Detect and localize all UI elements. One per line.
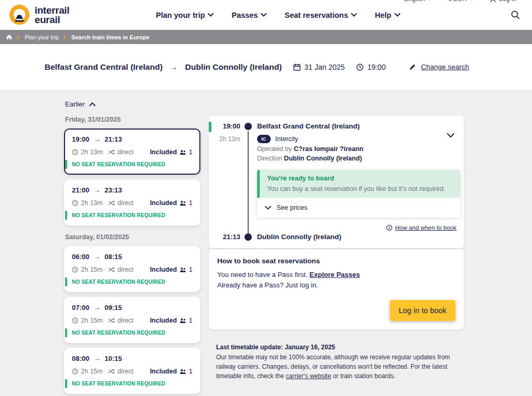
reservation-note: NO SEAT RESERVATION REQUIRED — [72, 381, 165, 387]
how-to-book-title: How to book seat reservations — [217, 257, 455, 265]
chevron-down-icon — [351, 13, 357, 17]
traveller-count: 1 — [189, 368, 193, 375]
nav-seat-reservations[interactable]: Seat reservations — [285, 11, 357, 19]
how-and-when-to-book-link[interactable]: How and when to book — [386, 224, 456, 231]
breadcrumb-separator-icon — [63, 35, 67, 39]
journey-card[interactable]: 06:00 → 08:15 2h 15m direct Included 1 — [64, 246, 200, 292]
journey-list: 19:00 → 21:13 2h 13m direct Included 1 — [64, 129, 200, 226]
calendar-icon — [293, 63, 301, 71]
pencil-icon — [409, 63, 416, 71]
note-accent-bar — [65, 379, 67, 388]
transfer-icon — [108, 200, 115, 206]
departure-time: 19:00 — [72, 135, 89, 143]
language-selector[interactable]: English — [405, 0, 432, 3]
login-link[interactable]: Log in — [490, 0, 516, 3]
earlier-button[interactable]: Earlier — [65, 100, 200, 108]
results-layout: Earlier Friday, 31/01/2025 19:00 → 21:13… — [0, 90, 532, 396]
timeline-dot — [244, 123, 252, 130]
date-header: Saturday, 01/02/2025 — [65, 233, 200, 241]
see-prices-toggle[interactable]: See prices — [257, 198, 460, 218]
already-have-pass-line: Already have a Pass? Just log in. — [217, 281, 455, 289]
journey-group: Friday, 31/01/2025 19:00 → 21:13 2h 13m … — [64, 116, 200, 226]
traveller-count: 1 — [189, 266, 193, 273]
ready-to-board-banner: You're ready to board You can buy a seat… — [257, 170, 460, 198]
leg-duration: 2h 13m — [216, 135, 240, 143]
arrival-time: 23:13 — [104, 186, 122, 194]
journey-groups: Friday, 31/01/2025 19:00 → 21:13 2h 13m … — [64, 116, 200, 394]
journey-arrow: → — [93, 135, 100, 143]
included-label: Included — [150, 266, 177, 273]
journey-list-column: Earlier Friday, 31/01/2025 19:00 → 21:13… — [64, 100, 200, 396]
reservation-note-row: NO SEAT RESERVATION REQUIRED — [65, 277, 199, 286]
reservation-note-row: NO SEAT RESERVATION REQUIRED — [65, 328, 199, 337]
reservation-note-row: NO SEAT RESERVATION REQUIRED — [65, 379, 199, 388]
interrail-eurail-logo[interactable]: interrail eurail — [8, 4, 69, 26]
chevron-up-icon — [89, 102, 95, 106]
explore-passes-link[interactable]: Explore Passes — [310, 271, 360, 279]
currency-label: € EUR — [448, 0, 466, 3]
carriers-website-link[interactable]: carrier's website — [286, 372, 331, 380]
chevron-down-icon — [208, 13, 214, 17]
currency-selector[interactable]: € EUR — [448, 0, 474, 3]
home-icon[interactable] — [6, 34, 12, 40]
duration: 2h 15m — [81, 368, 103, 375]
nav-help[interactable]: Help — [375, 11, 400, 19]
language-label: English — [405, 0, 425, 3]
traveller-count: 1 — [189, 317, 193, 324]
duration: 2h 15m — [81, 266, 103, 273]
logo-text: interrail eurail — [35, 6, 69, 24]
journey-card[interactable]: 21:00 → 23:13 2h 13m direct Included 1 — [64, 179, 200, 226]
chevron-down-icon — [469, 0, 474, 1]
journey-group: Saturday, 01/02/2025 06:00 → 08:15 2h 15… — [64, 233, 200, 394]
journey-arrow: → — [93, 355, 100, 362]
note-accent-bar — [65, 160, 67, 169]
reservation-info-card: You're ready to board You can buy a seat… — [257, 170, 460, 218]
traveller-count: 1 — [189, 148, 193, 156]
clock-icon — [72, 368, 78, 374]
note-accent-bar — [65, 328, 67, 337]
journey-card[interactable]: 07:00 → 09:15 2h 15m direct Included 1 — [64, 297, 200, 343]
journey-detail-panel: 19:00 Belfast Grand Central (Ireland) 2h… — [209, 115, 464, 248]
included-label: Included — [150, 148, 177, 156]
nav-passes[interactable]: Passes — [232, 11, 267, 19]
operator-name: C?ras Iompair ?ireann — [294, 145, 364, 153]
arrival-row: 21:13 Dublin Connolly (Ireland) — [216, 233, 456, 241]
journey-card[interactable]: 08:00 → 10:15 2h 15m direct Included 1 — [64, 348, 200, 394]
search-button[interactable] — [510, 10, 520, 20]
last-update-line: Last timetable update: January 16, 2025 — [216, 344, 461, 351]
breadcrumb: Plan your trip Search train times in Eur… — [0, 30, 532, 44]
logo-icon — [8, 4, 30, 26]
departure-time: 06:00 — [72, 253, 89, 261]
reservation-note-row: NO SEAT RESERVATION REQUIRED — [65, 211, 199, 220]
chevron-down-icon — [395, 13, 400, 17]
arrival-station: Dublin Connolly (Ireland) — [257, 233, 342, 241]
travellers-icon — [179, 267, 186, 273]
journey-arrow: → — [93, 253, 100, 261]
transfer-type: direct — [118, 317, 134, 324]
chevron-down-icon — [428, 0, 432, 1]
transfer-icon — [108, 149, 115, 155]
transfer-icon — [108, 267, 115, 272]
nav-plan-your-trip[interactable]: Plan your trip — [156, 11, 214, 19]
arrival-time: 09:15 — [104, 304, 122, 312]
banner-text: You can buy a seat reservation if you li… — [267, 185, 453, 192]
included-label: Included — [150, 368, 177, 375]
transfer-type: direct — [118, 266, 134, 273]
journey-detail-column: 19:00 Belfast Grand Central (Ireland) 2h… — [209, 115, 464, 396]
disclaimer-text: Our timetable may not be 100% accurate, … — [216, 353, 461, 381]
search-icon — [510, 10, 520, 20]
breadcrumb-plan-your-trip[interactable]: Plan your trip — [25, 34, 59, 40]
how-to-book-panel: How to book seat reservations You need t… — [209, 249, 464, 329]
travel-date: 31 Jan 2025 — [293, 63, 345, 71]
departure-time: 19:00 — [216, 122, 240, 130]
header: English € EUR Log in interrail eurail Pl… — [0, 0, 532, 30]
timeline-line — [248, 131, 249, 234]
collapse-leg-chevron-icon[interactable] — [447, 133, 454, 138]
banner-title: You're ready to board — [267, 175, 453, 182]
journey-card[interactable]: 19:00 → 21:13 2h 13m direct Included 1 — [64, 129, 200, 175]
log-in-to-book-button[interactable]: Log in to book — [390, 300, 455, 321]
transfer-icon — [108, 318, 115, 323]
timetable-disclaimer: Last timetable update: January 16, 2025 … — [216, 344, 461, 381]
change-search-button[interactable]: Change search — [409, 63, 469, 71]
included-label: Included — [150, 199, 177, 207]
